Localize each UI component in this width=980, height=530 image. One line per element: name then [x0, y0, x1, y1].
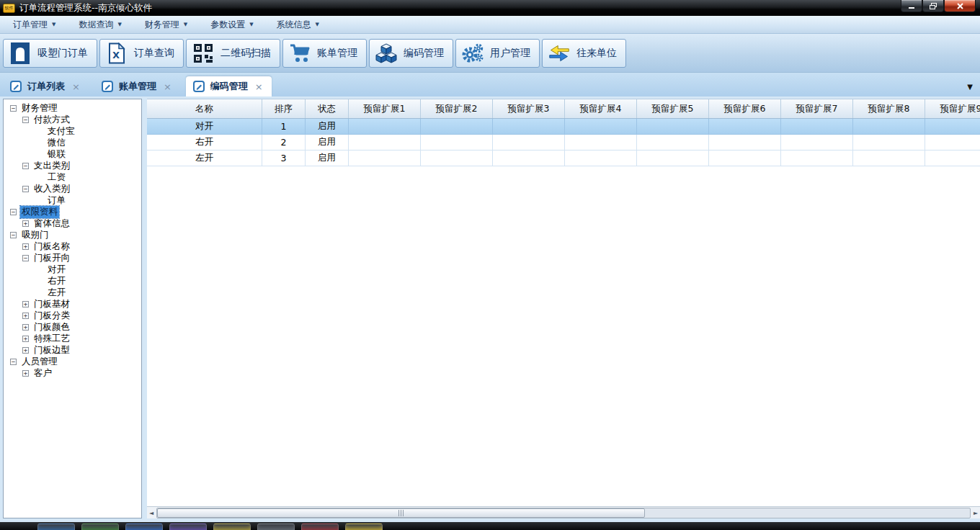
tab-close-icon[interactable]: × — [162, 81, 173, 92]
column-header-7[interactable]: 预留扩展4 — [565, 99, 637, 118]
collapse-icon[interactable]: − — [10, 359, 17, 365]
toolbar-button-5[interactable]: 编码管理 — [369, 39, 453, 68]
column-header-12[interactable]: 预留扩展9 — [925, 99, 980, 118]
tree-item-12[interactable]: −吸朔门 — [4, 229, 141, 241]
tree-item-17[interactable]: 左开 — [4, 287, 141, 298]
menu-item-4[interactable]: 参数设置▼ — [203, 17, 260, 33]
expand-icon[interactable]: + — [22, 313, 29, 319]
menu-item-2[interactable]: 数据查询▼ — [71, 17, 128, 33]
restore-button[interactable] — [922, 0, 944, 12]
application-window: 软件 订单流程管理系统--南京倾心软件 订单管理▼数据查询▼财务管理▼参数设置▼… — [0, 0, 980, 530]
tree-item-label: 银联 — [46, 148, 67, 161]
tree-item-8[interactable]: −收入类别 — [4, 183, 141, 194]
tree-item-label: 吸朔门 — [20, 229, 50, 241]
tab-1[interactable]: 订单列表× — [3, 76, 89, 96]
toolbar-button-6[interactable]: 用户管理 — [455, 39, 540, 68]
green-app-icon[interactable] — [81, 524, 119, 530]
menu-item-3[interactable]: 财务管理▼ — [138, 17, 195, 33]
column-header-10[interactable]: 预留扩展7 — [781, 99, 853, 118]
toolbar-button-4[interactable]: 账单管理 — [282, 39, 367, 68]
column-header-5[interactable]: 预留扩展2 — [421, 99, 493, 118]
chevron-down-icon: ▼ — [52, 22, 55, 27]
tree-item-label: 门板分类 — [32, 310, 71, 322]
tab-3[interactable]: 编码管理× — [186, 76, 272, 96]
collapse-icon[interactable]: − — [22, 163, 29, 169]
tree-item-16[interactable]: 右开 — [4, 275, 141, 287]
tree-item-label: 支付宝 — [46, 125, 76, 138]
scroll-right-arrow[interactable]: ► — [971, 510, 980, 516]
tree-item-3[interactable]: 支付宝 — [4, 125, 141, 137]
tree-item-9[interactable]: 订单 — [4, 194, 141, 206]
table-row-2[interactable]: 右开2启用 — [147, 135, 980, 151]
tree-item-24[interactable]: +客户 — [4, 367, 141, 379]
red-app-icon[interactable] — [301, 524, 339, 530]
tree-item-4[interactable]: 微信 — [4, 137, 141, 148]
yellow-app-icon[interactable] — [213, 524, 251, 530]
collapse-icon[interactable]: − — [10, 232, 17, 238]
column-header-3[interactable]: 状态 — [306, 99, 349, 118]
tab-close-icon[interactable]: × — [254, 81, 264, 92]
tree-item-7[interactable]: 工资 — [4, 171, 141, 183]
collapse-icon[interactable]: − — [22, 255, 29, 261]
tree-item-10[interactable]: −权限资料 — [4, 206, 141, 217]
collapse-icon[interactable]: − — [10, 105, 17, 112]
tree-item-19[interactable]: +门板分类 — [4, 310, 141, 321]
app-logo-icon: 软件 — [3, 4, 15, 13]
table-row-3[interactable]: 左开3启用 — [147, 151, 980, 166]
yellow-folder-icon[interactable] — [345, 524, 383, 530]
table-cell — [421, 119, 493, 135]
scroll-left-arrow[interactable]: ◄ — [147, 510, 156, 516]
tree-item-5[interactable]: 银联 — [4, 148, 141, 160]
tree-item-22[interactable]: +门板边型 — [4, 344, 141, 356]
column-header-1[interactable]: 名称 — [147, 99, 262, 118]
collapse-icon[interactable]: − — [22, 117, 29, 123]
expand-icon[interactable]: + — [22, 347, 29, 354]
table-row-1[interactable]: 对开1启用 — [147, 119, 980, 135]
column-header-11[interactable]: 预留扩展8 — [853, 99, 925, 118]
expand-icon[interactable]: + — [22, 220, 29, 227]
tree-item-6[interactable]: −支出类别 — [4, 160, 141, 171]
collapse-icon[interactable]: − — [10, 209, 17, 215]
tree-item-2[interactable]: −付款方式 — [4, 114, 141, 125]
gray-app-icon[interactable] — [257, 524, 295, 530]
expand-icon[interactable]: + — [22, 370, 29, 377]
tree-item-14[interactable]: −门板开向 — [4, 252, 141, 264]
expand-icon[interactable]: + — [22, 324, 29, 331]
tree-item-18[interactable]: +门板基材 — [4, 298, 141, 310]
tab-bar: 订单列表×账单管理×编码管理× ▼ — [0, 73, 980, 96]
tree-item-11[interactable]: +窗体信息 — [4, 217, 141, 229]
tab-overflow-arrow[interactable]: ▼ — [967, 83, 973, 91]
column-header-8[interactable]: 预留扩展5 — [637, 99, 709, 118]
toolbar-button-3[interactable]: 二维码扫描 — [186, 39, 280, 68]
tab-2[interactable]: 账单管理× — [94, 76, 180, 96]
edit-tab-icon — [193, 81, 205, 92]
column-header-4[interactable]: 预留扩展1 — [349, 99, 421, 118]
scrollbar-track[interactable] — [156, 508, 971, 518]
column-header-9[interactable]: 预留扩展6 — [709, 99, 781, 118]
toolbar-button-1[interactable]: 吸塑门订单 — [3, 39, 97, 68]
toolbar-button-7[interactable]: 往来单位 — [542, 39, 626, 68]
expand-icon[interactable]: + — [22, 301, 29, 307]
expand-icon[interactable]: + — [22, 336, 29, 342]
blue-app-icon[interactable] — [125, 524, 163, 530]
tree-item-23[interactable]: −人员管理 — [4, 356, 141, 367]
start-orb-icon[interactable] — [37, 524, 75, 530]
purple-app-icon[interactable] — [169, 524, 207, 530]
tree-item-21[interactable]: +特殊工艺 — [4, 333, 141, 344]
tree-item-13[interactable]: +门板名称 — [4, 241, 141, 252]
tab-close-icon[interactable]: × — [71, 81, 81, 92]
tree-item-15[interactable]: 对开 — [4, 264, 141, 275]
minimize-button[interactable] — [901, 0, 922, 12]
tree-item-20[interactable]: +门板颜色 — [4, 321, 141, 333]
collapse-icon[interactable]: − — [22, 186, 29, 192]
tree-item-1[interactable]: −财务管理 — [4, 102, 141, 114]
close-button[interactable] — [944, 0, 976, 12]
column-header-6[interactable]: 预留扩展3 — [493, 99, 565, 118]
tree-item-label: 对开 — [46, 264, 67, 276]
column-header-2[interactable]: 排序 — [262, 99, 306, 118]
menu-item-5[interactable]: 系统信息▼ — [270, 17, 326, 33]
toolbar-button-2[interactable]: X订单查询 — [99, 39, 184, 68]
expand-icon[interactable]: + — [22, 243, 29, 250]
scrollbar-thumb[interactable] — [157, 508, 645, 518]
menu-item-1[interactable]: 订单管理▼ — [6, 17, 63, 33]
